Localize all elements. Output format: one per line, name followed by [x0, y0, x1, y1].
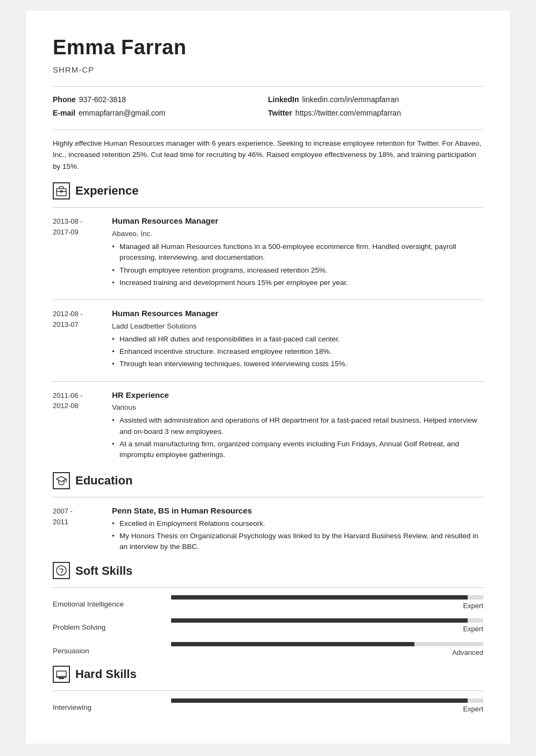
hard-skills-header: Hard Skills	[53, 665, 483, 683]
soft-skill-bar-1: Expert	[171, 618, 483, 634]
bullet-1-2: Through lean interviewing techniques, lo…	[112, 359, 483, 369]
contact-grid: Phone 937-602-3818 LinkedIn linkedin.com…	[53, 94, 483, 119]
content-1: Human Resources Manager Ladd Leadbetter …	[112, 308, 483, 372]
hard-skills-title: Hard Skills	[75, 665, 137, 683]
phone-value: 937-602-3818	[79, 94, 126, 105]
contact-linkedin: LinkedIn linkedin.com/in/emmapfarran	[268, 94, 483, 105]
bullet-2-0: Assisted with administration and operati…	[112, 415, 483, 437]
twitter-label: Twitter	[268, 108, 292, 119]
header-section: Emma Farran SHRM-CP Phone 937-602-3818 L…	[53, 32, 483, 130]
company-0: Abaveo, Inc.	[112, 229, 483, 239]
hard-skills-icon	[53, 666, 70, 683]
soft-skill-bg-0	[171, 595, 483, 600]
resume-document: Emma Farran SHRM-CP Phone 937-602-3818 L…	[26, 11, 510, 744]
phone-label: Phone	[53, 94, 76, 105]
bullets-2: Assisted with administration and operati…	[112, 415, 483, 460]
soft-skill-name-1: Problem Solving	[53, 622, 160, 634]
edu-date-0: 2007 -2011	[53, 505, 107, 554]
bullet-1-0: Handled all HR duties and responsibiliti…	[112, 334, 483, 345]
soft-skill-fill-1	[171, 618, 468, 623]
soft-skill-level-1: Expert	[171, 624, 483, 634]
experience-icon	[53, 182, 70, 199]
hard-skills-section: Hard Skills Interviewing Expert	[53, 665, 483, 715]
education-icon	[53, 472, 70, 489]
soft-skill-name-2: Persuasion	[53, 646, 160, 658]
soft-skill-bar-0: Expert	[171, 595, 483, 611]
bullet-0-1: Through employee retention programs, inc…	[112, 265, 483, 276]
edu-bullet-0-1: My Honors Thesis on Organizational Psych…	[112, 531, 483, 553]
education-entry-0: 2007 -2011 Penn State, BS in Human Resou…	[53, 505, 483, 554]
svg-rect-2	[60, 190, 62, 192]
content-2: HR Experience Various Assisted with admi…	[112, 389, 483, 462]
hard-skills-list: Interviewing Expert	[53, 698, 483, 715]
soft-skill-row-2: Persuasion Advanced	[53, 642, 483, 658]
soft-skill-row-0: Emotional Intelligence Expert	[53, 595, 483, 611]
hard-skill-level-0: Expert	[171, 704, 483, 715]
edu-content-0: Penn State, BS in Human Resources Excell…	[112, 505, 483, 554]
experience-entry-0: 2013-08 -2017-09 Human Resources Manager…	[53, 215, 483, 290]
summary-text: Highly effective Human Resources manager…	[53, 138, 483, 173]
edu-bullet-0-0: Excelled in Employment Relations courseo…	[112, 518, 483, 529]
education-section: Education 2007 -2011 Penn State, BS in H…	[53, 472, 483, 554]
linkedin-label: LinkedIn	[268, 94, 299, 105]
hard-skill-bar-0: Expert	[171, 698, 483, 715]
soft-skills-list: Emotional Intelligence Expert Problem So…	[53, 595, 483, 658]
soft-skill-fill-2	[171, 642, 414, 646]
hard-skill-name-0: Interviewing	[53, 702, 160, 714]
email-value: emmapfarran@gmail.com	[79, 108, 165, 119]
soft-skills-title: Soft Skills	[75, 562, 132, 580]
job-title-1: Human Resources Manager	[112, 308, 483, 320]
soft-skill-level-2: Advanced	[171, 647, 483, 658]
hard-skill-row-0: Interviewing Expert	[53, 698, 483, 715]
bullets-1: Handled all HR duties and responsibiliti…	[112, 334, 483, 370]
bullet-0-2: Increased training and development hours…	[112, 277, 483, 288]
soft-skill-name-0: Emotional Intelligence	[53, 599, 160, 611]
contact-email: E-mail emmapfarran@gmail.com	[53, 108, 268, 119]
bullets-0: Managed all Human Resources functions in…	[112, 241, 483, 288]
education-header: Education	[53, 472, 483, 489]
date-1: 2012-08 -2013-07	[53, 308, 107, 372]
edu-bullets-0: Excelled in Employment Relations courseo…	[112, 518, 483, 553]
degree-0: Penn State, BS in Human Resources	[112, 505, 483, 517]
candidate-name: Emma Farran	[53, 32, 483, 63]
svg-point-5	[61, 574, 62, 575]
soft-skill-row-1: Problem Solving Expert	[53, 618, 483, 634]
hard-skill-bg-0	[171, 698, 483, 703]
experience-title: Experience	[75, 182, 138, 199]
date-0: 2013-08 -2017-09	[53, 215, 107, 290]
candidate-title: SHRM-CP	[53, 64, 483, 76]
soft-skills-icon	[53, 562, 70, 579]
contact-twitter: Twitter https://twitter.com/emmapfarran	[268, 108, 483, 119]
experience-header: Experience	[53, 182, 483, 199]
soft-skill-fill-0	[171, 595, 468, 600]
linkedin-value: linkedin.com/in/emmapfarran	[302, 94, 399, 105]
content-0: Human Resources Manager Abaveo, Inc. Man…	[112, 215, 483, 290]
bullet-0-0: Managed all Human Resources functions in…	[112, 241, 483, 263]
education-title: Education	[75, 472, 132, 489]
soft-skill-bar-2: Advanced	[171, 642, 483, 658]
soft-skill-level-0: Expert	[171, 601, 483, 611]
company-1: Ladd Leadbetter Solutions	[112, 321, 483, 332]
experience-entry-1: 2012-08 -2013-07 Human Resources Manager…	[53, 308, 483, 372]
job-title-0: Human Resources Manager	[112, 215, 483, 227]
experience-section: Experience 2013-08 -2017-09 Human Resour…	[53, 182, 483, 462]
contact-phone: Phone 937-602-3818	[53, 94, 268, 105]
twitter-value: https://twitter.com/emmapfarran	[295, 108, 401, 119]
soft-skill-bg-1	[171, 618, 483, 623]
date-2: 2011-06 -2012-08	[53, 389, 107, 462]
bullet-1-1: Enhanced incentive structure. Increased …	[112, 346, 483, 357]
experience-entry-2: 2011-06 -2012-08 HR Experience Various A…	[53, 389, 483, 462]
hard-skill-fill-0	[171, 698, 468, 703]
company-2: Various	[112, 402, 483, 413]
soft-skills-header: Soft Skills	[53, 562, 483, 580]
soft-skill-bg-2	[171, 642, 483, 646]
job-title-2: HR Experience	[112, 389, 483, 402]
bullet-2-1: At a small manufacturing firm, organized…	[112, 439, 483, 461]
soft-skills-section: Soft Skills Emotional Intelligence Exper…	[53, 562, 483, 658]
email-label: E-mail	[53, 108, 75, 119]
